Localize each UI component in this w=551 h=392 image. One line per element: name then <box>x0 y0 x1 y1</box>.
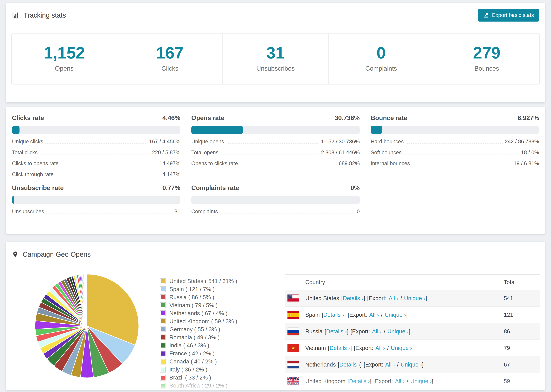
country-cell: Russia [Details ›] [Export:All ›/Unique … <box>299 328 504 335</box>
export-all-link[interactable]: All › <box>369 312 379 318</box>
details-link[interactable]: Details › <box>343 295 363 301</box>
legend-item: Vietnam ( 79 / 5% ) <box>160 302 262 309</box>
export-prefix: Export: <box>375 378 393 385</box>
stat-opens: 1,152 Opens <box>12 34 117 84</box>
export-prefix: Export: <box>355 345 373 351</box>
legend-swatch <box>160 367 166 372</box>
country-name: Vietnam <box>305 345 326 351</box>
legend-item: Romania ( 49 / 3% ) <box>160 334 262 341</box>
details-link[interactable]: Details › <box>339 361 360 368</box>
legend-label: Brazil ( 33 / 2% ) <box>170 374 211 381</box>
stat-line: Internal bounces19 / 6.81% <box>371 161 539 167</box>
export-unique-link[interactable]: Unique › <box>387 328 409 335</box>
export-unique-link[interactable]: Unique › <box>391 345 412 351</box>
export-icon <box>483 12 489 18</box>
stat-value: 1,152 <box>12 43 117 62</box>
bracket: ] <box>363 295 365 301</box>
legend-item: Russia ( 86 / 5% ) <box>160 294 262 301</box>
stat-complaints: 0 Complaints <box>329 34 434 84</box>
bracket: [ <box>322 312 323 318</box>
legend-item: Spain ( 121 / 7% ) <box>160 286 262 293</box>
rate-title: Bounce rate <box>371 114 407 122</box>
legend-label: United States ( 541 / 31% ) <box>170 278 237 285</box>
separator: / <box>384 328 385 335</box>
stat-line-label: Click through rate <box>12 171 54 177</box>
export-unique-link[interactable]: Unique › <box>404 295 425 301</box>
bracket: [ <box>364 361 365 368</box>
legend-item: United Kingdom ( 59 / 3% ) <box>160 318 262 325</box>
geo-pie-wrap <box>34 273 140 379</box>
legend-label: Italy ( 36 / 2% ) <box>170 366 207 373</box>
legend-item: Italy ( 36 / 2% ) <box>160 366 262 373</box>
stat-line-label: Total clicks <box>12 149 38 156</box>
stat-line: Unique clicks167 / 4.456% <box>12 139 180 145</box>
total-cell: 59 <box>504 378 540 385</box>
legend-item: France ( 42 / 2% ) <box>160 350 262 357</box>
bracket: [ <box>328 345 329 351</box>
flag-vn-icon <box>288 344 299 352</box>
export-all-link[interactable]: All › <box>375 345 385 351</box>
export-unique-link[interactable]: Unique › <box>401 361 422 368</box>
rate-title: Clicks rate <box>12 114 44 122</box>
stat-line-value: 4.147% <box>162 171 180 177</box>
bracket: [ <box>341 295 343 301</box>
stat-label: Opens <box>12 65 117 72</box>
export-unique-link[interactable]: Unique › <box>385 312 406 318</box>
stat-line-label: Soft bounces <box>371 149 402 156</box>
bracket: ] <box>422 361 424 368</box>
table-row-spain: Spain [Details ›] [Export:All ›/Unique ›… <box>285 307 540 323</box>
bracket: ] <box>344 312 346 318</box>
details-link[interactable]: Details › <box>349 378 370 385</box>
rate-title: Complaints rate <box>191 184 239 192</box>
stat-line: Click through rate4.147% <box>12 171 180 177</box>
total-cell: 121 <box>504 312 540 318</box>
separator: / <box>397 361 399 368</box>
export-prefix: Export: <box>349 312 367 318</box>
stat-line: Complaints0 <box>191 209 360 215</box>
export-all-link[interactable]: All › <box>389 295 398 301</box>
rate-value: 0.77% <box>162 184 180 192</box>
legend-swatch <box>160 327 166 332</box>
export-prefix: Export: <box>365 361 383 368</box>
legend-swatch <box>160 294 166 300</box>
stat-value: 279 <box>434 43 539 62</box>
progress-bar <box>371 126 539 134</box>
table-row-united-states: United States [Details ›] [Export:All ›/… <box>285 290 540 307</box>
dotted-leader <box>226 143 319 143</box>
country-name: Russia <box>305 328 323 335</box>
details-link[interactable]: Details › <box>330 345 350 351</box>
stat-line-value: 2,303 / 61.446% <box>321 149 360 156</box>
progress-bar <box>12 196 180 204</box>
stat-line-label: Unsubscribes <box>12 209 44 215</box>
stat-line: Unique opens1,152 / 30.736% <box>191 139 360 145</box>
flag-ru-icon <box>288 328 299 335</box>
stat-line-label: Clicks to opens rate <box>12 161 58 167</box>
separator: / <box>381 312 382 318</box>
export-button-label: Export basic stats <box>492 12 534 18</box>
legend-label: Netherlands ( 67 / 4% ) <box>170 310 227 317</box>
legend-item: India ( 46 / 3% ) <box>160 342 262 349</box>
rate-value: 4.46% <box>162 114 180 122</box>
stat-line-value: 220 / 5.87% <box>152 149 180 156</box>
details-link[interactable]: Details › <box>323 312 344 318</box>
export-basic-stats-button[interactable]: Export basic stats <box>478 9 539 21</box>
geo-legend: United States ( 541 / 31% )Spain ( 121 /… <box>160 273 262 390</box>
export-all-link[interactable]: All › <box>372 328 382 335</box>
stat-line-label: Complaints <box>191 209 218 215</box>
legend-label: Spain ( 121 / 7% ) <box>170 286 215 293</box>
stat-value: 31 <box>223 43 328 62</box>
export-all-link[interactable]: All › <box>395 378 405 385</box>
rate-value: 0% <box>351 184 360 192</box>
flag-nl-icon <box>288 361 299 368</box>
stat-line-value: 1,152 / 30.736% <box>321 139 360 145</box>
details-link[interactable]: Details › <box>326 328 347 335</box>
flag-us-icon <box>288 294 299 302</box>
export-all-link[interactable]: All › <box>385 361 395 368</box>
export-prefix: Export: <box>369 295 387 301</box>
export-unique-link[interactable]: Unique › <box>410 378 432 385</box>
rate-block-clicks: Clicks rate 4.46% Unique clicks167 / 4.4… <box>12 114 180 177</box>
stat-label: Bounces <box>434 65 539 72</box>
dotted-leader <box>221 154 319 154</box>
geo-pie-chart <box>34 273 140 379</box>
separator: / <box>387 345 389 351</box>
